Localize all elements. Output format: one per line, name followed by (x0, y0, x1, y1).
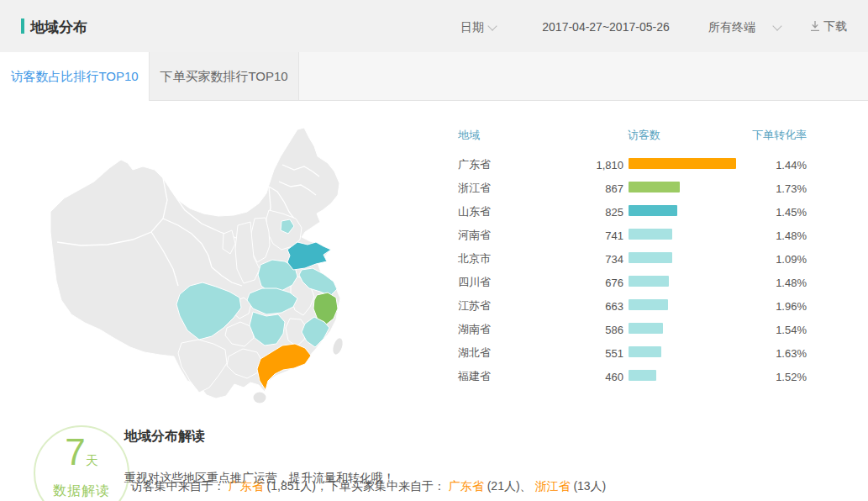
conversion-rate: 1.09% (750, 253, 807, 266)
visitors-bar-track (627, 299, 750, 313)
table-rows: 广东省 1,810 1.44% 浙江省 867 1.73% 山东省 825 (458, 153, 807, 388)
region-name: 河南省 (458, 228, 546, 243)
conversion-rate: 1.44% (750, 159, 807, 171)
conversion-rate: 1.48% (750, 277, 807, 289)
interpretation-segment: 广东省 (449, 479, 484, 493)
conversion-rate: 1.63% (750, 347, 807, 360)
column-header-conversion: 下单转化率 (752, 128, 807, 143)
chevron-down-icon (487, 21, 497, 30)
tab-visitors-top10[interactable]: 访客数占比排行TOP10 (0, 52, 150, 101)
terminal-dropdown[interactable]: 所有终端 (708, 20, 781, 35)
date-dropdown-label: 日期 (460, 20, 484, 34)
chevron-down-icon (772, 21, 781, 30)
badge-number: 7天 (35, 432, 128, 481)
visitors-bar (629, 182, 680, 192)
region-name: 北京市 (458, 251, 546, 266)
table-row: 江苏省 663 1.96% (458, 294, 807, 318)
interpretation-segment: (13人) (571, 479, 607, 493)
region-name: 福建省 (458, 369, 546, 384)
visitors-bar (629, 229, 672, 240)
badge-label: 数据解读 (35, 483, 128, 500)
visitors-bar-track (627, 205, 750, 219)
date-dropdown[interactable]: 日期 (460, 20, 496, 35)
visitors-count: 1,810 (546, 159, 627, 171)
download-label: 下载 (823, 19, 847, 33)
visitors-bar-track (627, 370, 750, 383)
visitors-count: 460 (546, 371, 627, 383)
region-name: 湖北省 (458, 345, 546, 361)
interpretation-segment: (21人)、 (484, 479, 535, 493)
table-row: 广东省 1,810 1.44% (458, 153, 807, 177)
interpretation-segment: 浙江省 (535, 479, 571, 493)
visitors-bar (629, 346, 661, 357)
download-icon (809, 20, 821, 32)
header-bar: 地域分布 日期 2017-04-27~2017-05-26 所有终端 下载 (0, 0, 868, 53)
conversion-rate: 1.96% (750, 300, 807, 313)
title-accent-bar (21, 18, 24, 34)
column-header-visitors: 访客数 (628, 128, 660, 143)
visitors-bar-track (627, 252, 750, 266)
tab-buyers-top10[interactable]: 下单买家数排行TOP10 (150, 52, 299, 100)
china-map[interactable] (50, 118, 403, 412)
conversion-rate: 1.45% (750, 206, 807, 219)
map-island-hainan (254, 393, 266, 403)
visitors-count: 586 (546, 324, 627, 336)
region-ranking-table: 地域 访客数 下单转化率 广东省 1,810 1.44% 浙江省 867 1.7… (458, 128, 807, 388)
visitors-bar-track (627, 158, 750, 171)
region-name: 江苏省 (458, 298, 546, 314)
regional-distribution-panel: 地域分布 日期 2017-04-27~2017-05-26 所有终端 下载 访客… (0, 0, 868, 501)
visitors-bar (629, 299, 668, 310)
table-row: 湖南省 586 1.54% (458, 318, 807, 341)
visitors-bar-track (627, 182, 750, 195)
visitors-bar (629, 276, 669, 287)
date-range-picker[interactable]: 2017-04-27~2017-05-26 (513, 20, 698, 34)
terminal-dropdown-label: 所有终端 (708, 20, 755, 34)
visitors-count: 734 (546, 253, 627, 266)
interpretation-heading: 地域分布解读 (124, 428, 205, 446)
visitors-bar (629, 370, 656, 381)
page-title: 地域分布 (30, 18, 87, 37)
seven-day-badge: 7天 数据解读 (34, 425, 129, 501)
conversion-rate: 1.52% (750, 371, 807, 383)
visitors-count: 741 (546, 229, 627, 242)
download-button[interactable]: 下载 (809, 19, 847, 34)
visitors-count: 867 (546, 182, 627, 195)
region-name: 湖南省 (458, 322, 546, 337)
visitors-count: 663 (546, 300, 627, 313)
visitors-bar-track (627, 229, 750, 242)
conversion-rate: 1.73% (750, 182, 807, 195)
visitors-bar (629, 323, 663, 334)
region-name: 四川省 (458, 275, 546, 290)
visitors-bar-track (627, 323, 750, 336)
interpretation-line2: 重视对这些地区重点推广运营，提升流量和转化哦！ (124, 471, 395, 486)
visitors-bar-track (627, 346, 750, 360)
visitors-bar (629, 205, 677, 216)
region-name: 浙江省 (458, 181, 546, 196)
badge-unit: 天 (86, 453, 98, 467)
visitors-bar-track (627, 276, 750, 289)
visitors-count: 676 (546, 277, 627, 289)
conversion-rate: 1.54% (750, 324, 807, 336)
table-row: 四川省 676 1.48% (458, 271, 807, 294)
table-row: 福建省 460 1.52% (458, 365, 807, 388)
tab-bar: 访客数占比排行TOP10 下单买家数排行TOP10 (0, 52, 868, 101)
table-header: 地域 访客数 下单转化率 (458, 128, 807, 145)
table-row: 北京市 734 1.09% (458, 247, 807, 271)
visitors-bar (629, 158, 736, 169)
table-row: 山东省 825 1.45% (458, 200, 807, 224)
region-name: 广东省 (458, 157, 546, 172)
region-name: 山东省 (458, 204, 546, 219)
table-row: 浙江省 867 1.73% (458, 177, 807, 200)
map-island-taiwan (331, 337, 345, 356)
visitors-count: 551 (546, 347, 627, 360)
visitors-bar (629, 252, 672, 263)
conversion-rate: 1.48% (750, 229, 807, 242)
visitors-count: 825 (546, 206, 627, 219)
table-row: 河南省 741 1.48% (458, 224, 807, 247)
column-header-region: 地域 (458, 128, 480, 143)
table-row: 湖北省 551 1.63% (458, 341, 807, 365)
